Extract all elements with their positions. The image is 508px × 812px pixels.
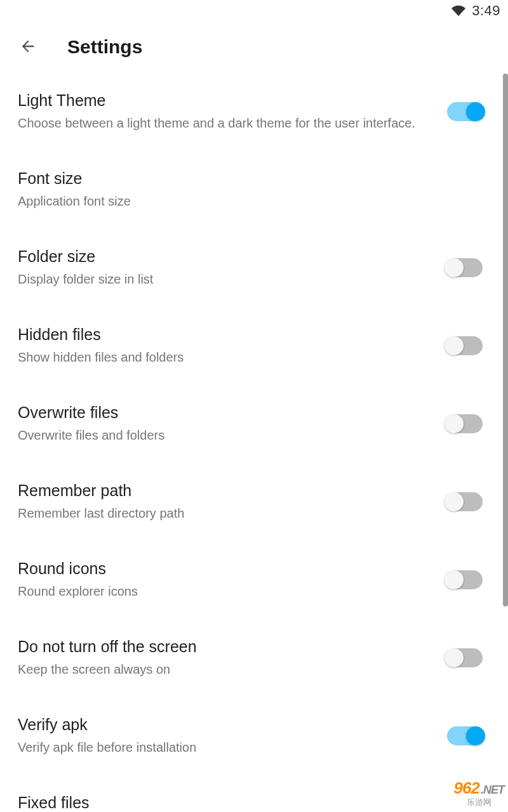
settings-row-subtitle: Overwrite files and folders — [18, 427, 447, 443]
settings-row-text: Do not turn off the screenKeep the scree… — [18, 638, 447, 678]
settings-row-title: Font size — [18, 169, 483, 188]
settings-row-title: Remember path — [18, 481, 447, 500]
toggle-switch[interactable] — [447, 102, 483, 121]
toggle-switch[interactable] — [447, 570, 483, 589]
toggle-switch[interactable] — [447, 648, 483, 667]
toggle-knob — [466, 102, 485, 121]
settings-row-title: Hidden files — [18, 325, 447, 344]
toggle-knob — [444, 336, 464, 355]
toggle-knob — [444, 258, 464, 277]
settings-row-text: Light ThemeChoose between a light theme … — [18, 91, 447, 131]
settings-row-text: Verify apkVerify apk file before install… — [18, 716, 447, 756]
settings-row[interactable]: Light ThemeChoose between a light theme … — [0, 72, 508, 150]
toggle-knob — [466, 726, 485, 745]
settings-row-subtitle: Choose between a light theme and a dark … — [18, 115, 447, 131]
settings-row-title: Fixed files — [18, 794, 483, 812]
toggle-knob — [444, 492, 464, 511]
settings-row-subtitle: Display folder size in list — [18, 271, 447, 287]
settings-row-subtitle: Verify apk file before installation — [18, 739, 447, 756]
toggle-switch[interactable] — [447, 492, 483, 511]
back-button[interactable] — [13, 32, 43, 62]
settings-row[interactable]: Overwrite filesOverwrite files and folde… — [0, 384, 508, 462]
settings-row-title: Verify apk — [18, 716, 447, 734]
scrollbar-thumb[interactable] — [503, 74, 508, 606]
settings-row[interactable]: Hidden filesShow hidden files and folder… — [0, 306, 508, 384]
settings-row[interactable]: Verify apkVerify apk file before install… — [0, 697, 508, 775]
settings-row-title: Light Theme — [18, 91, 447, 110]
wifi-icon — [451, 4, 465, 18]
page-title: Settings — [67, 36, 142, 58]
settings-scroll[interactable]: Light ThemeChoose between a light theme … — [0, 72, 508, 812]
toggle-switch[interactable] — [447, 414, 483, 433]
settings-row-title: Do not turn off the screen — [18, 638, 447, 656]
settings-row-text: Hidden filesShow hidden files and folder… — [18, 325, 447, 365]
settings-row-subtitle: Application font size — [18, 193, 483, 209]
settings-row-subtitle: Show hidden files and folders — [18, 349, 447, 365]
settings-row[interactable]: Do not turn off the screenKeep the scree… — [0, 619, 508, 697]
status-time: 3:49 — [472, 3, 500, 19]
settings-list: Light ThemeChoose between a light theme … — [0, 72, 508, 812]
settings-row[interactable]: Remember pathRemember last directory pat… — [0, 462, 508, 540]
toggle-knob — [444, 570, 464, 589]
app-bar: Settings — [0, 22, 508, 72]
toggle-knob — [444, 648, 464, 667]
settings-row-text: Overwrite filesOverwrite files and folde… — [18, 403, 447, 443]
settings-row-text: Folder sizeDisplay folder size in list — [18, 247, 447, 287]
settings-row-title: Folder size — [18, 247, 447, 266]
settings-row-subtitle: Keep the screen always on — [18, 661, 447, 678]
settings-row[interactable]: Font sizeApplication font size — [0, 150, 508, 228]
settings-row[interactable]: Round iconsRound explorer icons — [0, 540, 508, 619]
settings-row-text: Font sizeApplication font size — [18, 169, 483, 209]
toggle-switch[interactable] — [447, 336, 483, 355]
settings-row-title: Overwrite files — [18, 403, 447, 422]
toggle-switch[interactable] — [447, 726, 483, 745]
settings-row-text: Round iconsRound explorer icons — [18, 560, 447, 599]
arrow-left-icon — [19, 37, 37, 57]
settings-row-subtitle: Remember last directory path — [18, 505, 447, 521]
settings-row[interactable]: Fixed files — [0, 775, 508, 812]
settings-row[interactable]: Folder sizeDisplay folder size in list — [0, 228, 508, 306]
settings-row-title: Round icons — [18, 560, 447, 578]
settings-row-text: Remember pathRemember last directory pat… — [18, 481, 447, 521]
settings-row-subtitle: Round explorer icons — [18, 583, 447, 599]
toggle-switch[interactable] — [447, 258, 483, 277]
settings-row-text: Fixed files — [18, 794, 483, 812]
status-bar: 3:49 — [0, 0, 508, 22]
toggle-knob — [444, 414, 464, 433]
